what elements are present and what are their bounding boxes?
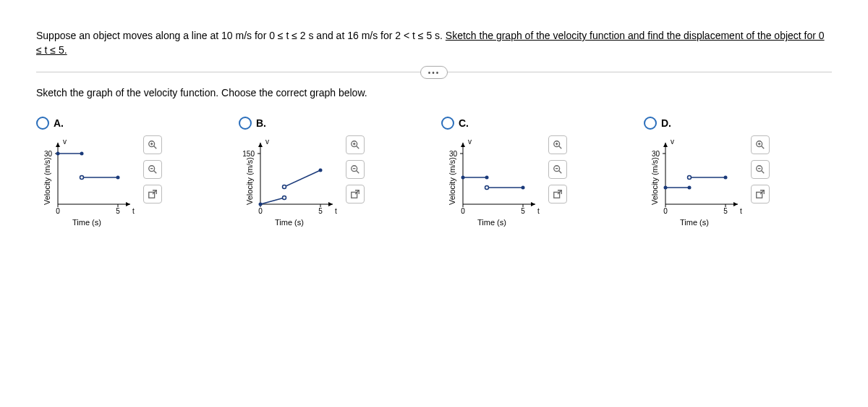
radio-b[interactable] <box>239 117 252 130</box>
svg-line-29 <box>260 198 284 204</box>
svg-marker-3 <box>56 143 60 147</box>
svg-point-77 <box>688 176 692 180</box>
yvar-c: v <box>468 138 472 146</box>
svg-marker-47 <box>461 143 465 147</box>
xvar-c: t <box>537 207 540 215</box>
svg-line-40 <box>357 171 359 174</box>
question-text: Suppose an object moves along a line at … <box>36 29 832 57</box>
svg-point-55 <box>485 186 489 190</box>
svg-point-56 <box>522 186 525 190</box>
zoom-out-c[interactable] <box>548 160 567 179</box>
svg-point-78 <box>724 176 728 180</box>
option-b: B. Velocity (m/s) 0 5 t 150 v <box>239 117 427 227</box>
xlabel-d: Time (s) <box>644 218 745 227</box>
svg-point-53 <box>485 176 489 180</box>
zoom-in-a[interactable] <box>143 135 162 154</box>
ylabel-a: Velocity (m/s) <box>43 157 51 205</box>
prompt-text: Sketch the graph of the velocity functio… <box>36 87 832 98</box>
svg-point-12 <box>116 176 120 180</box>
xtick0-c: 0 <box>461 207 465 215</box>
expand-ellipsis-button[interactable]: ••• <box>420 66 448 79</box>
xvar-b: t <box>335 207 337 215</box>
xlabel-c: Time (s) <box>441 218 542 227</box>
ylabel-b: Velocity (m/s) <box>245 157 254 205</box>
section-divider: ••• <box>36 72 832 72</box>
svg-line-62 <box>559 171 562 174</box>
xlabel-a: Time (s) <box>36 218 137 227</box>
svg-point-75 <box>688 186 692 190</box>
popout-b[interactable] <box>346 185 365 204</box>
zoom-in-d[interactable] <box>751 135 770 154</box>
popout-c[interactable] <box>548 185 567 204</box>
svg-point-11 <box>80 176 84 180</box>
svg-line-84 <box>762 171 765 174</box>
option-c: C. Velocity (m/s) 0 5 t 30 v <box>441 117 629 227</box>
option-b-label: B. <box>256 117 266 129</box>
xtick5-b: 5 <box>318 207 323 215</box>
svg-point-33 <box>283 185 286 189</box>
svg-line-80 <box>762 146 765 149</box>
option-d: D. Velocity (m/s) 0 5 t 30 v <box>644 117 832 227</box>
chart-b: Velocity (m/s) 0 5 t 150 v <box>239 135 340 227</box>
svg-marker-25 <box>258 143 263 147</box>
svg-marker-1 <box>126 202 130 206</box>
option-c-label: C. <box>459 117 469 129</box>
zoom-out-b[interactable] <box>346 160 365 179</box>
option-a-label: A. <box>54 117 64 129</box>
xtick5-d: 5 <box>723 207 728 215</box>
svg-marker-67 <box>733 202 738 206</box>
svg-line-58 <box>559 146 562 149</box>
svg-line-14 <box>154 146 157 149</box>
yvar-d: v <box>671 138 674 146</box>
xtick0-a: 0 <box>56 207 60 215</box>
radio-c[interactable] <box>441 117 454 130</box>
svg-point-9 <box>80 152 84 156</box>
svg-point-30 <box>259 203 263 206</box>
ylabel-d: Velocity (m/s) <box>650 157 659 205</box>
svg-point-52 <box>461 176 465 180</box>
chart-d: Velocity (m/s) 0 5 t 30 v <box>644 135 745 227</box>
option-d-label: D. <box>661 117 671 129</box>
xtick0-b: 0 <box>258 207 263 215</box>
svg-line-18 <box>154 171 157 174</box>
ylabel-c: Velocity (m/s) <box>448 157 456 205</box>
xtick5-c: 5 <box>521 207 525 215</box>
zoom-in-b[interactable] <box>346 135 365 154</box>
yvar-b: v <box>265 138 269 146</box>
svg-marker-69 <box>663 143 668 147</box>
chart-a: Velocity (m/s) 0 5 t 30 v <box>36 135 137 227</box>
zoom-out-d[interactable] <box>751 160 770 179</box>
svg-marker-45 <box>531 202 535 206</box>
option-a: A. Velocity (m/s) 0 5 t 30 <box>36 117 224 227</box>
xvar-a: t <box>132 207 135 215</box>
question-part1: Suppose an object moves along a line at … <box>36 30 446 41</box>
yvar-a: v <box>63 138 67 146</box>
svg-line-32 <box>284 170 320 187</box>
svg-point-31 <box>283 196 286 200</box>
xtick0-d: 0 <box>663 207 668 215</box>
xtick5-a: 5 <box>116 207 120 215</box>
chart-c: Velocity (m/s) 0 5 t 30 v <box>441 135 542 227</box>
zoom-in-c[interactable] <box>548 135 567 154</box>
popout-d[interactable] <box>751 185 770 204</box>
svg-line-36 <box>357 146 359 149</box>
svg-point-34 <box>319 169 323 172</box>
svg-point-74 <box>664 186 668 190</box>
radio-a[interactable] <box>36 117 49 130</box>
options-row: A. Velocity (m/s) 0 5 t 30 <box>36 117 832 227</box>
svg-point-8 <box>56 152 60 156</box>
xvar-d: t <box>740 207 742 215</box>
popout-a[interactable] <box>143 185 162 204</box>
zoom-out-a[interactable] <box>143 160 162 179</box>
svg-marker-23 <box>328 202 333 206</box>
radio-d[interactable] <box>644 117 657 130</box>
xlabel-b: Time (s) <box>239 218 340 227</box>
